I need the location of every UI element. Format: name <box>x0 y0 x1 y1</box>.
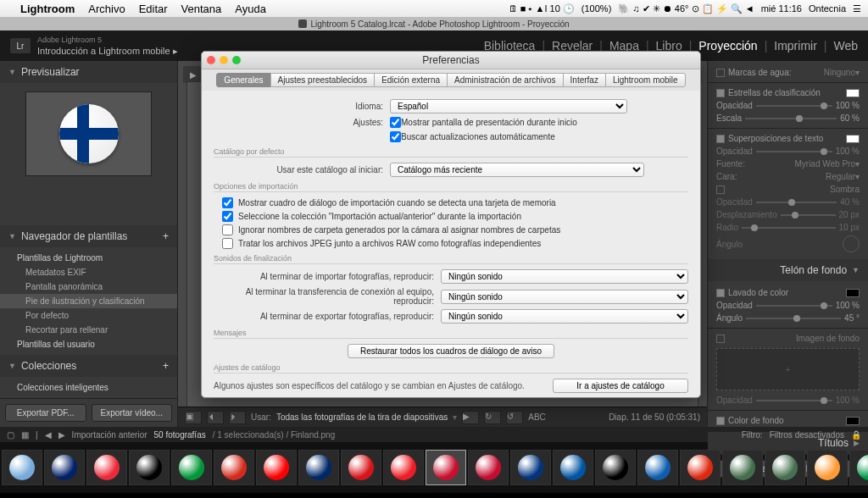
filmstrip-thumb[interactable] <box>298 450 339 485</box>
module-web[interactable]: Web <box>833 39 858 53</box>
filmstrip-thumb[interactable] <box>341 450 381 485</box>
filmstrip-thumb[interactable] <box>595 450 636 485</box>
tpl-default[interactable]: Por defecto <box>0 308 177 323</box>
dialog-titlebar[interactable]: Preferencias <box>202 52 700 69</box>
filmstrip-thumb[interactable] <box>510 450 551 485</box>
sound-tether-dropdown[interactable]: Ningún sonido <box>441 290 688 304</box>
filter-lock-icon[interactable]: 🔒 <box>851 430 861 440</box>
filmstrip[interactable] <box>0 442 868 493</box>
tpl-crop-fill[interactable]: Recortar para rellenar <box>0 323 177 337</box>
filmstrip-thumb[interactable] <box>44 450 85 485</box>
grid-view-icon[interactable]: ▦ <box>21 430 29 440</box>
next-button[interactable]: ⏵ <box>229 411 246 424</box>
import-detect-checkbox[interactable] <box>222 197 233 208</box>
import-collection-checkbox[interactable] <box>222 211 233 222</box>
abc-label[interactable]: ABC <box>528 412 546 422</box>
filmstrip-thumb[interactable] <box>2 450 42 485</box>
filmstrip-nav-prev[interactable]: ◀ <box>45 430 52 440</box>
filmstrip-thumb[interactable] <box>129 450 170 485</box>
collections-header[interactable]: ▼Colecciones+ <box>0 355 177 377</box>
text-overlay-checkbox[interactable] <box>716 135 725 143</box>
prev-button[interactable]: ⏴ <box>207 411 224 424</box>
module-proyeccion[interactable]: Proyección <box>698 39 757 53</box>
tab-external-edit[interactable]: Edición externa <box>374 73 448 87</box>
preview-thumbnail[interactable] <box>25 91 152 176</box>
sound-import-dropdown[interactable]: Ningún sonido <box>441 269 688 284</box>
filmstrip-thumb[interactable] <box>807 450 848 485</box>
stars-color-swatch[interactable] <box>846 89 860 97</box>
bg-image-checkbox[interactable] <box>716 335 725 343</box>
filmstrip-thumb[interactable] <box>849 450 868 485</box>
filmstrip-nav-next[interactable]: ▶ <box>58 430 65 440</box>
stars-checkbox[interactable] <box>716 89 725 97</box>
wash-angle-slider[interactable] <box>746 318 841 319</box>
filter-dropdown[interactable]: Filtros desactivados <box>770 430 844 440</box>
stars-opacity-slider[interactable] <box>756 105 832 107</box>
rotate-button[interactable]: ↻ <box>484 411 501 424</box>
filmstrip-thumb[interactable] <box>765 450 805 485</box>
menu-archivo[interactable]: Archivo <box>88 3 125 15</box>
bg-image-drop[interactable]: + <box>716 348 860 390</box>
bg-color-swatch[interactable] <box>846 417 860 425</box>
filmstrip-thumb[interactable] <box>680 450 721 485</box>
filmstrip-thumb[interactable] <box>426 450 466 485</box>
export-video-button[interactable]: Exportar vídeo... <box>92 404 173 422</box>
restore-dialogs-button[interactable]: Restaurar todos los cuadros de diálogo d… <box>348 344 554 358</box>
backdrop-header[interactable]: Telón de fondo▼ <box>708 259 868 281</box>
tab-presets[interactable]: Ajustes preestablecidos <box>270 73 376 87</box>
smart-collections[interactable]: Colecciones inteligentes <box>0 380 177 395</box>
import-jpeg-raw-checkbox[interactable] <box>222 238 233 249</box>
zoom-icon[interactable] <box>232 56 241 64</box>
filmstrip-thumb[interactable] <box>468 450 509 485</box>
tpl-exif[interactable]: Metadatos EXIF <box>0 265 177 279</box>
export-pdf-button[interactable]: Exportar PDF... <box>5 404 86 422</box>
use-dropdown[interactable]: Todas las fotografías de la tira de diap… <box>276 412 448 422</box>
tpl-folder-lightroom[interactable]: Plantillas de Lightroom <box>0 251 177 265</box>
filmstrip-thumb[interactable] <box>553 450 593 485</box>
tpl-folder-user[interactable]: Plantillas del usuario <box>0 337 177 351</box>
menu-editar[interactable]: Editar <box>139 3 168 15</box>
filmstrip-thumb[interactable] <box>722 450 763 485</box>
lightroom-mobile-link[interactable]: Introducción a Lightroom mobile ▸ <box>37 46 178 57</box>
rotate-ccw-button[interactable]: ↺ <box>506 411 523 424</box>
filmstrip-thumb[interactable] <box>86 450 127 485</box>
tab-file-handling[interactable]: Administración de archivos <box>447 73 564 87</box>
wash-color-swatch[interactable] <box>846 289 860 297</box>
filmstrip-thumb[interactable] <box>637 450 678 485</box>
catalog-settings-button[interactable]: Ir a ajustes de catálogo <box>553 379 688 393</box>
second-monitor-icon[interactable]: ▢ <box>7 430 14 440</box>
filmstrip-thumb[interactable] <box>256 450 297 485</box>
sound-export-dropdown[interactable]: Ningún sonido <box>441 309 688 324</box>
play-button[interactable]: ▶ <box>462 411 479 424</box>
menu-ayuda[interactable]: Ayuda <box>235 3 266 15</box>
text-color-swatch[interactable] <box>846 135 860 143</box>
filmstrip-thumb[interactable] <box>171 450 212 485</box>
filmstrip-source[interactable]: Importación anterior <box>72 430 147 440</box>
tpl-panoramic[interactable]: Pantalla panorámica <box>0 279 177 294</box>
language-dropdown[interactable]: Español <box>390 99 627 113</box>
close-icon[interactable] <box>207 56 215 64</box>
stars-scale-slider[interactable] <box>745 118 837 119</box>
menu-ventana[interactable]: Ventana <box>181 3 222 15</box>
tab-lightroom-mobile[interactable]: Lightroom mobile <box>605 73 686 87</box>
stop-button[interactable]: ▣ <box>185 411 202 424</box>
spotlight-icon[interactable]: ☰ <box>853 3 861 14</box>
filmstrip-thumb[interactable] <box>383 450 424 485</box>
template-browser-header[interactable]: ▼Navegador de plantillas+ <box>0 225 177 247</box>
color-wash-checkbox[interactable] <box>716 289 725 297</box>
tpl-caption-rating[interactable]: Pie de ilustración y clasificación <box>0 294 177 308</box>
minimize-icon[interactable] <box>220 56 228 64</box>
watermark-checkbox[interactable] <box>716 69 725 77</box>
preview-header[interactable]: ▼Previsualizar <box>0 61 177 83</box>
module-imprimir[interactable]: Imprimir <box>774 39 817 53</box>
app-menu[interactable]: Lightroom <box>20 3 75 15</box>
default-catalog-dropdown[interactable]: Catálogo más reciente <box>390 163 644 177</box>
tab-interface[interactable]: Interfaz <box>563 73 606 87</box>
wash-opacity-slider[interactable] <box>756 305 832 307</box>
updates-checkbox[interactable] <box>390 131 401 142</box>
import-ignore-folders-checkbox[interactable] <box>222 224 233 235</box>
tab-generales[interactable]: Generales <box>216 73 270 87</box>
bg-color-checkbox[interactable] <box>716 417 725 425</box>
splash-checkbox[interactable] <box>390 117 401 128</box>
filmstrip-thumb[interactable] <box>214 450 254 485</box>
